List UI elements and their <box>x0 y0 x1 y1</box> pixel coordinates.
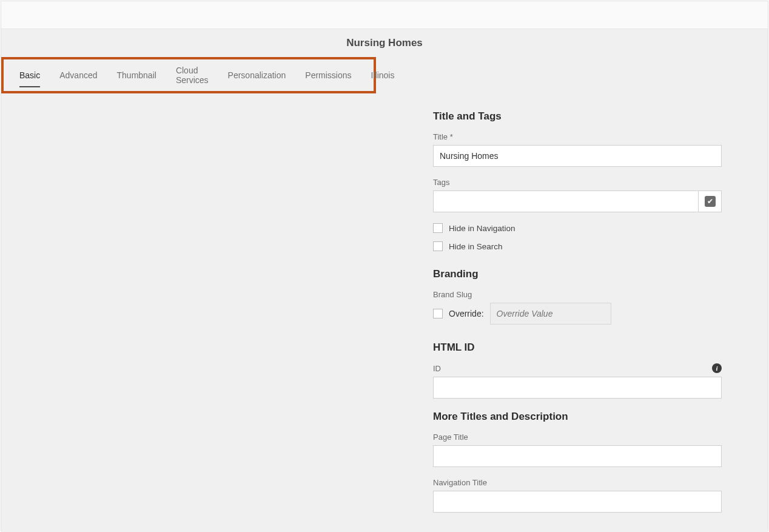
section-html-id: HTML ID <box>433 342 722 354</box>
hide-search-checkbox[interactable] <box>433 241 443 251</box>
tab-label: Advanced <box>59 70 97 80</box>
hide-nav-label: Hide in Navigation <box>449 224 515 233</box>
nav-title-input[interactable] <box>433 491 722 513</box>
tab-label: Permissions <box>305 70 351 80</box>
tab-thumbnail[interactable]: Thumbnail <box>107 59 166 91</box>
tab-advanced[interactable]: Advanced <box>50 59 107 91</box>
label-tags: Tags <box>433 178 722 187</box>
label-brand-slug: Brand Slug <box>433 290 722 299</box>
override-input <box>490 303 611 325</box>
form-panel: Title and Tags Title * Tags ✔ Hide in Na… <box>433 93 768 532</box>
label-id: ID <box>433 364 441 373</box>
tab-highlight-box: Basic Advanced Thumbnail Cloud Services … <box>1 57 376 93</box>
page-title: Nursing Homes <box>346 37 423 49</box>
tab-label: Basic <box>19 70 40 80</box>
page-title-input[interactable] <box>433 445 722 467</box>
top-toolbar <box>1 1 768 29</box>
hide-nav-checkbox[interactable] <box>433 223 443 233</box>
tags-picker-button[interactable]: ✔ <box>699 190 722 212</box>
label-nav-title: Navigation Title <box>433 478 722 487</box>
hide-search-label: Hide in Search <box>449 242 503 251</box>
section-branding: Branding <box>433 268 722 280</box>
section-title-tags: Title and Tags <box>433 110 722 123</box>
section-more-titles: More Titles and Description <box>433 411 722 423</box>
tab-label: Illinois <box>371 70 395 80</box>
tab-basic[interactable]: Basic <box>10 59 50 91</box>
tab-label: Thumbnail <box>117 70 156 80</box>
page-title-bar: Nursing Homes <box>1 29 768 57</box>
tab-permissions[interactable]: Permissions <box>295 59 361 91</box>
info-icon[interactable]: i <box>712 363 722 373</box>
label-title: Title * <box>433 132 722 141</box>
override-checkbox[interactable] <box>433 309 443 318</box>
title-input[interactable] <box>433 145 722 167</box>
label-page-title: Page Title <box>433 433 722 442</box>
tab-row: Basic Advanced Thumbnail Cloud Services … <box>4 59 374 91</box>
tab-personalization[interactable]: Personalization <box>218 59 296 91</box>
tab-illinois[interactable]: Illinois <box>361 59 405 91</box>
tags-input[interactable] <box>433 190 699 212</box>
override-label: Override: <box>449 309 484 318</box>
tab-label: Cloud Services <box>176 66 209 85</box>
id-input[interactable] <box>433 377 722 399</box>
check-icon: ✔ <box>705 196 716 207</box>
tab-label: Personalization <box>228 70 286 80</box>
tab-cloud-services[interactable]: Cloud Services <box>166 59 218 91</box>
